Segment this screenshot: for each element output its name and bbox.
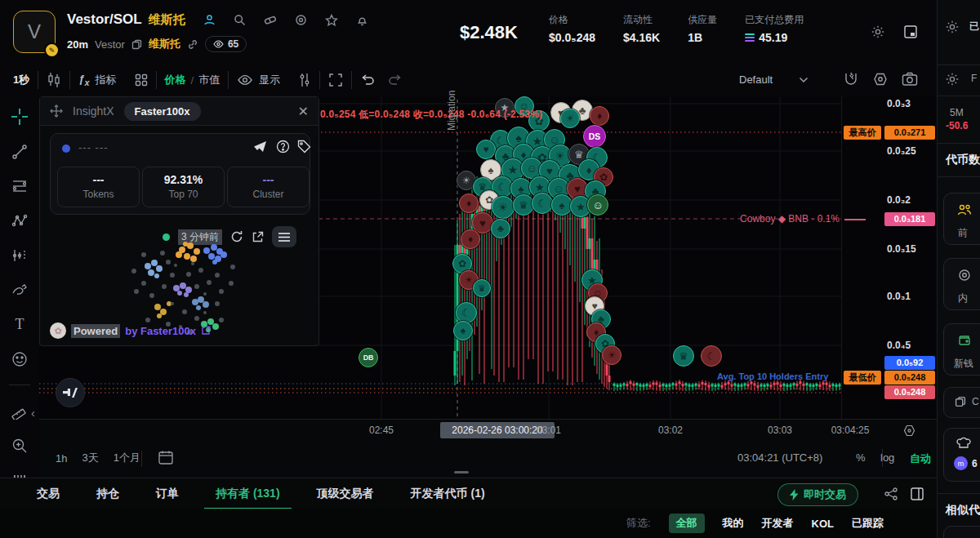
screenshot-camera-icon[interactable] bbox=[902, 72, 918, 87]
alert-line-label[interactable]: Cowboy ◆ BNB · 0.1% bbox=[740, 213, 840, 225]
watchers-pill[interactable]: 65 bbox=[205, 36, 247, 52]
trendline-tool-icon[interactable] bbox=[10, 143, 29, 160]
share-nodes-icon[interactable] bbox=[884, 487, 898, 501]
layout-panel-icon[interactable] bbox=[903, 24, 918, 39]
emblem-icon[interactable] bbox=[295, 14, 307, 26]
holder-avatar-bubble[interactable]: ♛ bbox=[673, 345, 694, 367]
sidebar-card-similar[interactable] bbox=[943, 526, 980, 538]
favorite-star-icon[interactable] bbox=[325, 14, 338, 26]
tab-持仓[interactable]: 持仓 bbox=[96, 478, 119, 509]
weak-magnet-icon[interactable] bbox=[872, 71, 889, 87]
tab-顶级交易者[interactable]: 顶级交易者 bbox=[317, 478, 374, 509]
fullscreen-icon[interactable] bbox=[328, 73, 343, 87]
object-tree-icon[interactable] bbox=[298, 73, 311, 87]
pattern-tool-icon[interactable] bbox=[10, 212, 29, 229]
filter-option-全部[interactable]: 全部 bbox=[669, 514, 705, 533]
text-tool-icon[interactable]: T bbox=[10, 316, 29, 333]
tab-交易[interactable]: 交易 bbox=[37, 478, 60, 509]
close-icon[interactable]: ✕ bbox=[298, 104, 309, 119]
interval-button[interactable]: 1秒 bbox=[13, 73, 29, 87]
collapse-panel-chevron[interactable]: ‹ bbox=[31, 407, 35, 420]
redo-icon[interactable] bbox=[388, 74, 403, 86]
settings-gear-icon[interactable] bbox=[871, 24, 885, 39]
holder-avatar-bubble[interactable]: ☺ bbox=[587, 194, 608, 216]
crosshair-tool-icon[interactable] bbox=[10, 108, 29, 126]
forecast-tool-icon[interactable] bbox=[10, 247, 29, 264]
insightx-stat-Cluster[interactable]: ---Cluster bbox=[227, 167, 310, 207]
tab-开发者代币 (1)[interactable]: 开发者代币 (1) bbox=[411, 478, 485, 509]
copy-icon[interactable] bbox=[131, 39, 142, 50]
holder-avatar-bubble[interactable]: ♛ bbox=[473, 279, 491, 297]
sidebar-card-chef[interactable]: m 6 bbox=[943, 428, 980, 482]
holder-avatar-bubble[interactable]: ☀ bbox=[560, 109, 580, 128]
zoom-in-tool-icon[interactable] bbox=[10, 437, 29, 454]
emoji-tool-icon[interactable] bbox=[10, 350, 29, 367]
go-to-date-icon[interactable] bbox=[158, 450, 174, 466]
brush-tool-icon[interactable] bbox=[10, 281, 29, 298]
log-scale-button[interactable]: log bbox=[880, 451, 894, 464]
holder-avatar-bubble[interactable]: ☀ bbox=[602, 345, 621, 365]
fib-tool-icon[interactable] bbox=[10, 177, 29, 194]
price-mode-button[interactable]: 价格 bbox=[165, 73, 186, 87]
holder-avatar-bubble[interactable]: ♛ bbox=[513, 194, 534, 216]
holder-avatar-bubble[interactable]: ♦ bbox=[461, 229, 480, 249]
mcap-mode-button[interactable]: 市值 bbox=[198, 73, 220, 87]
time-axis[interactable]: 2026-02-26 03:00:20 02:4503:0103:0203:03… bbox=[39, 419, 937, 442]
holder-avatar-bubble[interactable]: ☾ bbox=[532, 193, 553, 214]
move-icon[interactable] bbox=[50, 104, 63, 118]
indicators-button[interactable]: 指标 bbox=[96, 73, 117, 87]
measure-tool-icon[interactable] bbox=[10, 402, 29, 420]
sidebar-card-fresh-wallets[interactable]: 新钱 bbox=[943, 323, 980, 376]
compare-grid-icon[interactable] bbox=[135, 73, 148, 87]
link-icon[interactable] bbox=[187, 39, 198, 50]
holder-avatar-bubble[interactable]: ♣ bbox=[491, 219, 510, 238]
holder-avatar-bubble[interactable]: ♠ bbox=[453, 321, 473, 340]
range-button[interactable]: 1h bbox=[56, 452, 67, 465]
holder-avatar-bubble[interactable]: ♦ bbox=[590, 106, 609, 126]
holder-avatar-bubble[interactable]: ☾ bbox=[701, 345, 722, 367]
search-icon[interactable] bbox=[234, 14, 246, 26]
holder-avatar-bubble[interactable]: ☾ bbox=[456, 302, 477, 323]
price-axis[interactable]: 0.0₃30.0₃250.0₃20.0₃150.0₃10.0₄5最高价0.0₃2… bbox=[841, 96, 938, 419]
faster100x-tab[interactable]: Faster100x bbox=[124, 102, 201, 121]
alert-bell-icon[interactable] bbox=[356, 14, 368, 26]
holder-avatar-bubble[interactable]: ♥ bbox=[476, 140, 496, 159]
bubble-map[interactable] bbox=[40, 220, 320, 318]
tag-icon[interactable] bbox=[297, 140, 311, 153]
tab-订单[interactable]: 订单 bbox=[156, 478, 179, 509]
filter-option-开发者[interactable]: 开发者 bbox=[762, 516, 794, 531]
axis-settings-hexagon-icon[interactable] bbox=[902, 424, 916, 438]
insightx-header[interactable]: InsightX Faster100x ✕ bbox=[40, 97, 318, 126]
sidebar-card-copy[interactable]: C bbox=[943, 387, 980, 418]
holder-avatar-bubble[interactable]: ♦ bbox=[459, 193, 479, 213]
help-icon[interactable] bbox=[276, 140, 290, 153]
percent-scale-button[interactable]: % bbox=[856, 451, 866, 464]
tab-持有者 (131)[interactable]: 持有者 (131) bbox=[216, 478, 280, 509]
profile-icon[interactable] bbox=[203, 14, 216, 26]
insightx-stat-Top 70[interactable]: 92.31%Top 70 bbox=[142, 167, 225, 207]
undo-icon[interactable] bbox=[360, 74, 375, 86]
panel-toggle-icon[interactable] bbox=[910, 487, 924, 501]
chevron-down-icon[interactable] bbox=[799, 77, 808, 83]
tradingview-logo[interactable] bbox=[56, 378, 85, 407]
clock-readout[interactable]: 03:04:21 (UTC+8) bbox=[737, 451, 822, 464]
auto-scale-button[interactable]: 自动 bbox=[910, 451, 931, 466]
layout-template-select[interactable]: Default bbox=[739, 73, 773, 86]
range-button[interactable]: 1个月 bbox=[114, 451, 140, 465]
resize-drag-handle[interactable] bbox=[454, 471, 469, 474]
instant-trade-button[interactable]: 即时交易 bbox=[777, 483, 858, 506]
holder-avatar-bubble[interactable]: ☀ bbox=[492, 196, 514, 219]
powered-by-link[interactable]: by Faster100x bbox=[125, 325, 196, 337]
pill-icon[interactable] bbox=[264, 14, 277, 26]
display-button[interactable]: 显示 bbox=[259, 73, 280, 87]
filter-option-KOL[interactable]: KOL bbox=[812, 518, 834, 530]
sidebar-gear2-icon[interactable] bbox=[945, 72, 960, 87]
filter-option-我的[interactable]: 我的 bbox=[723, 516, 744, 531]
magnet-icon[interactable] bbox=[843, 71, 859, 87]
send-icon[interactable] bbox=[253, 140, 267, 153]
sidebar-gear-icon[interactable] bbox=[945, 20, 960, 34]
filter-option-已跟踪[interactable]: 已跟踪 bbox=[852, 516, 884, 531]
holder-avatar-bubble[interactable]: DB bbox=[359, 348, 378, 367]
sidebar-card-top-holders[interactable]: 前 bbox=[943, 193, 980, 245]
range-button[interactable]: 3天 bbox=[82, 451, 98, 465]
